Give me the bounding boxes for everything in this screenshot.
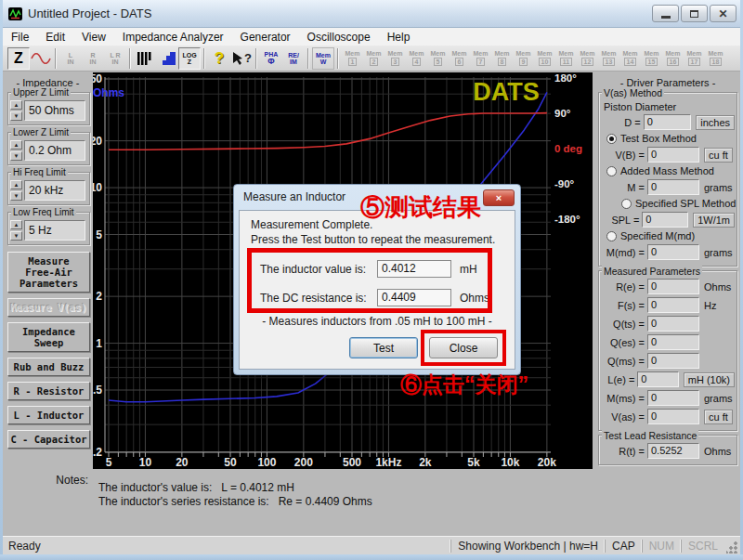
radio-label: Specified SPL Method <box>635 198 736 209</box>
rub-and-buzz-button[interactable]: Rub and Buzz <box>7 358 90 376</box>
spinner[interactable]: ▲▼ <box>10 180 22 201</box>
left-in-button: LIN <box>59 47 82 70</box>
button-label-line: Sweep <box>8 337 89 348</box>
log-z-button[interactable]: LOGZ <box>178 47 201 70</box>
test-lead-caption: Test Lead Resistance <box>602 430 698 441</box>
unit-selector[interactable]: inches <box>696 115 735 130</box>
parameter-field[interactable]: 0 <box>647 353 699 369</box>
resize-grip[interactable] <box>726 541 738 553</box>
spin-up-button[interactable]: ▲ <box>10 180 22 189</box>
parameter-row: F(s) =0Hz <box>601 297 735 313</box>
limit-field[interactable]: 20 kHz <box>24 180 85 201</box>
parameter-field[interactable]: 0 <box>642 212 688 228</box>
real-imaginary-button[interactable]: RE/IM <box>282 47 305 70</box>
menu-item-help[interactable]: Help <box>379 29 419 46</box>
memory-slot-label: Mem <box>495 50 510 57</box>
parameter-field[interactable]: 0 <box>647 279 699 294</box>
parameter-label: V(B) = <box>601 150 647 161</box>
unit-selector[interactable]: 1W/1m <box>693 213 735 228</box>
resistor-button[interactable]: R - Resistor <box>7 382 90 400</box>
parameter-row: D =0inches <box>601 114 735 130</box>
test-button[interactable]: Test <box>349 337 418 358</box>
menu-item-impedance-analyzer[interactable]: Impedance Analyzer <box>114 29 232 46</box>
axis-tick-label: 20k <box>538 456 556 469</box>
measured-parameters-caption: Measured Parameters <box>602 266 702 277</box>
menu-item-generator[interactable]: Generator <box>232 29 299 46</box>
notes-text: The inductor's value is: L = 0.4012 mH T… <box>98 481 372 509</box>
unit-selector[interactable]: cu ft <box>704 410 733 424</box>
toolbar-separator <box>129 48 131 69</box>
piano-tones-icon[interactable] <box>134 47 156 70</box>
close-button[interactable]: ✕ <box>710 5 736 22</box>
radio-added-mass-method[interactable]: Added Mass Method <box>606 165 735 176</box>
parameter-field[interactable]: 0 <box>644 114 691 130</box>
spinner[interactable]: ▲▼ <box>10 100 22 121</box>
spin-up-button[interactable]: ▲ <box>10 220 22 229</box>
unit-selector[interactable]: mH (10k) <box>684 372 735 387</box>
impedance-panel: - Impedance - Upper Z Limit▲▼50 OhmsLowe… <box>3 72 93 536</box>
measure-free-air-button[interactable]: MeasureFree-AirParameters <box>7 252 90 293</box>
parameter-field[interactable]: 0 <box>647 390 699 406</box>
unit-selector[interactable]: cu ft <box>704 148 733 163</box>
spin-down-button[interactable]: ▼ <box>10 191 22 201</box>
parameter-field[interactable]: 0 <box>637 371 678 387</box>
phase-button[interactable]: PHAΦ <box>260 47 282 70</box>
unit-label: Ohms <box>704 446 731 457</box>
parameter-row: V(as) =0cu ft <box>601 409 735 424</box>
step-response-icon[interactable] <box>156 47 178 70</box>
menu-item-oscilloscope[interactable]: Oscilloscope <box>299 29 379 46</box>
impedance-sweep-button[interactable]: ImpedanceSweep <box>7 322 90 352</box>
parameter-field[interactable]: 0 <box>647 409 699 424</box>
parameter-field[interactable]: 0.5252 <box>647 443 699 459</box>
radio-specified-m-md-[interactable]: Specified M(md) <box>606 230 735 241</box>
radio-specified-spl-method[interactable]: Specified SPL Method <box>621 198 735 209</box>
inductor-button[interactable]: L - Inductor <box>7 406 90 424</box>
parameter-field[interactable]: 0 <box>647 316 699 332</box>
memory-write-button[interactable]: MemW <box>312 47 334 70</box>
radio-test-box-method[interactable]: Test Box Method <box>606 133 735 144</box>
limit-field[interactable]: 50 Ohms <box>24 100 85 121</box>
restore-button[interactable] <box>681 5 708 22</box>
spinner[interactable]: ▲▼ <box>10 220 22 241</box>
parameter-field[interactable]: 0 <box>647 179 699 195</box>
memory-slot-1: Mem1 <box>342 47 363 70</box>
button-label-line: R - Resistor <box>8 385 89 397</box>
menu-item-file[interactable]: File <box>3 29 37 46</box>
toolbar: Z LIN RIN L RIN LOGZ ? ? PHAΦ RE/IM MemW… <box>3 46 740 72</box>
group-upper-z-limit: Upper Z Limit▲▼50 Ohms <box>7 92 90 125</box>
parameter-field[interactable]: 0 <box>647 334 699 350</box>
spin-down-button[interactable]: ▼ <box>10 231 22 241</box>
capacitor-button[interactable]: C - Capacitor <box>7 430 90 449</box>
minimize-button[interactable] <box>652 5 679 22</box>
memory-slot-number: 6 <box>455 58 464 66</box>
toolbar-separator <box>203 48 205 69</box>
parameter-row: M(ms) =0grams <box>601 390 735 406</box>
spinner[interactable]: ▲▼ <box>10 140 22 161</box>
menu-item-view[interactable]: View <box>73 29 114 46</box>
axis-tick-label: 100 <box>257 456 276 469</box>
parameter-field[interactable]: 0 <box>647 297 699 313</box>
spin-down-button[interactable]: ▼ <box>10 151 22 161</box>
parameter-field[interactable]: 0 <box>647 147 699 163</box>
sine-generator-icon[interactable] <box>30 47 52 70</box>
spin-up-button[interactable]: ▲ <box>10 100 22 110</box>
spin-down-button[interactable]: ▼ <box>10 111 22 121</box>
dialog-message-1: Measurement Complete. <box>251 218 372 231</box>
dialog-close-button[interactable]: × <box>483 189 515 206</box>
group-lower-z-limit: Lower Z Limit▲▼0.2 Ohm <box>7 132 90 165</box>
parameter-field[interactable]: 0 <box>647 244 699 260</box>
limit-field[interactable]: 5 Hz <box>24 220 85 241</box>
menu-item-edit[interactable]: Edit <box>37 29 73 46</box>
memory-slot-number: 11 <box>560 58 572 66</box>
limit-field[interactable]: 0.2 Ohm <box>24 140 85 161</box>
axis-tick-label: 10k <box>501 456 519 469</box>
button-label-line: Parameters <box>8 278 89 289</box>
impedance-z-button[interactable]: Z <box>7 47 30 70</box>
context-help-icon[interactable]: ? <box>230 47 253 70</box>
axis-tick-label: 10 <box>139 456 152 469</box>
memory-slot-9: Mem9 <box>513 47 534 70</box>
spin-up-button[interactable]: ▲ <box>10 140 22 150</box>
group-caption: Hi Freq Limit <box>11 167 68 177</box>
help-button[interactable]: ? <box>208 47 230 70</box>
axis-tick-label: 0.5 <box>93 384 102 397</box>
